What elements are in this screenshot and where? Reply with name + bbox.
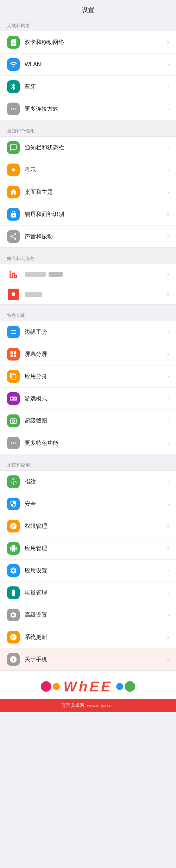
permissions-item[interactable]: 权限管理 › — [0, 515, 176, 537]
edge-gesture-item[interactable]: 边缘手势 › — [0, 321, 176, 343]
lockscreen-label: 锁屏和面部识别 — [25, 211, 167, 218]
account-list: › › — [0, 264, 176, 304]
lockscreen-icon — [7, 208, 20, 221]
fingerprint-chevron: › — [167, 479, 169, 485]
app-clone-icon — [7, 370, 20, 383]
notification-bar-item[interactable]: 通知栏和状态栏 › — [0, 137, 176, 159]
more-connections-label: 更多连接方式 — [25, 105, 167, 113]
battery-item[interactable]: 电量管理 › — [0, 582, 176, 604]
sound-label: 声音和振动 — [25, 233, 167, 240]
app-clone-label: 应用分身 — [25, 373, 167, 380]
desktop-item[interactable]: 桌面和主题 › — [0, 181, 176, 203]
bluetooth-icon — [7, 80, 20, 93]
wlan-label: WLAN — [25, 61, 167, 68]
bluetooth-item[interactable]: 蓝牙 › — [0, 76, 176, 98]
edge-gesture-icon — [7, 326, 20, 338]
wlan-icon — [7, 58, 20, 71]
watermark-url: www.imkjst.com — [87, 703, 114, 708]
section-notification-header: 通知和个性化 — [0, 124, 176, 136]
split-screen-label: 屏幕分屏 — [25, 351, 167, 358]
page-title: 设置 — [0, 0, 176, 18]
permissions-chevron: › — [167, 523, 169, 529]
game-mode-icon — [7, 392, 20, 405]
section-account-header: 账号和云服务 — [0, 251, 176, 264]
bluetooth-label: 蓝牙 — [25, 83, 167, 91]
about-phone-label: 关于手机 — [25, 656, 167, 663]
wlan-item[interactable]: WLAN › — [0, 54, 176, 76]
advanced-chevron: › — [167, 612, 169, 618]
sim-chevron: › — [167, 39, 169, 45]
app-clone-item[interactable]: 应用分身 › — [0, 365, 176, 388]
split-screen-icon — [7, 348, 20, 361]
split-screen-chevron: › — [167, 351, 169, 357]
section-features-header: 特色功能 — [0, 308, 176, 321]
notification-bar-icon — [7, 141, 20, 154]
fingerprint-label: 指纹 — [25, 478, 167, 486]
permissions-label: 权限管理 — [25, 523, 167, 530]
edge-gesture-chevron: › — [167, 329, 169, 335]
display-icon — [7, 164, 20, 176]
security-label: 安全 — [25, 500, 167, 508]
update-item[interactable]: 系统更新 › — [0, 626, 176, 648]
about-phone-chevron: › — [167, 656, 169, 663]
sound-icon — [7, 230, 20, 243]
battery-label: 电量管理 — [25, 589, 167, 597]
svg-point-1 — [12, 169, 14, 171]
update-label: 系统更新 — [25, 634, 167, 641]
game-mode-label: 游戏模式 — [25, 395, 167, 402]
advanced-item[interactable]: 高级设置 › — [0, 604, 176, 626]
whee-text: WhEE — [63, 679, 113, 695]
fingerprint-icon — [7, 475, 20, 488]
section-account: 账号和云服务 › — [0, 251, 176, 304]
features-list: 边缘手势 › 屏幕分屏 › 应用分身 › 游戏模式 › — [0, 321, 176, 454]
advanced-label: 高级设置 — [25, 611, 167, 619]
mi-account-item[interactable]: › — [0, 264, 176, 284]
google-account-chevron: › — [167, 291, 169, 297]
notification-bar-label: 通知栏和状态栏 — [25, 144, 167, 152]
more-connections-icon — [7, 103, 20, 115]
section-wireless: 无线和网络 双卡和移动网络 › WLAN › 蓝牙 › — [0, 18, 176, 120]
security-item[interactable]: 安全 › — [0, 493, 176, 515]
more-features-item[interactable]: 更多特色功能 › — [0, 432, 176, 454]
display-chevron: › — [167, 167, 169, 173]
fingerprint-item[interactable]: 指纹 › — [0, 471, 176, 493]
whee-section: WhEE — [0, 671, 176, 699]
app-manage-icon — [7, 542, 20, 555]
section-notification: 通知和个性化 通知栏和状态栏 › 显示 › 桌面和主题 › — [0, 124, 176, 248]
battery-chevron: › — [167, 590, 169, 596]
more-connections-item[interactable]: 更多连接方式 › — [0, 98, 176, 120]
wlan-chevron: › — [167, 61, 169, 68]
desktop-icon — [7, 186, 20, 198]
about-phone-item[interactable]: 关于手机 › — [0, 648, 176, 670]
display-label: 显示 — [25, 166, 167, 174]
app-settings-label: 应用设置 — [25, 567, 167, 574]
security-chevron: › — [167, 501, 169, 507]
screenshot-chevron: › — [167, 418, 169, 424]
game-mode-chevron: › — [167, 395, 169, 402]
more-features-chevron: › — [167, 440, 169, 446]
lockscreen-item[interactable]: 锁屏和面部识别 › — [0, 203, 176, 226]
screenshot-icon — [7, 414, 20, 427]
desktop-chevron: › — [167, 189, 169, 195]
game-mode-item[interactable]: 游戏模式 › — [0, 388, 176, 410]
screenshot-label: 超级截图 — [25, 417, 167, 425]
app-settings-item[interactable]: 应用设置 › — [0, 560, 176, 582]
sim-item[interactable]: 双卡和移动网络 › — [0, 31, 176, 54]
split-screen-item[interactable]: 屏幕分屏 › — [0, 343, 176, 365]
notification-bar-chevron: › — [167, 144, 169, 151]
bluetooth-chevron: › — [167, 84, 169, 90]
google-account-item[interactable]: › — [0, 284, 176, 304]
section-wireless-header: 无线和网络 — [0, 18, 176, 31]
lockscreen-chevron: › — [167, 211, 169, 217]
more-features-icon — [7, 437, 20, 449]
screenshot-item[interactable]: 超级截图 › — [0, 410, 176, 432]
app-manage-item[interactable]: 应用管理 › — [0, 537, 176, 560]
sound-item[interactable]: 声音和振动 › — [0, 226, 176, 247]
mi-account-chevron: › — [167, 271, 169, 277]
app-settings-icon — [7, 564, 20, 577]
mi-account-avatar — [7, 268, 20, 281]
app-manage-label: 应用管理 — [25, 545, 167, 552]
more-features-label: 更多特色功能 — [25, 439, 167, 447]
display-item[interactable]: 显示 › — [0, 159, 176, 181]
advanced-icon — [7, 609, 20, 621]
